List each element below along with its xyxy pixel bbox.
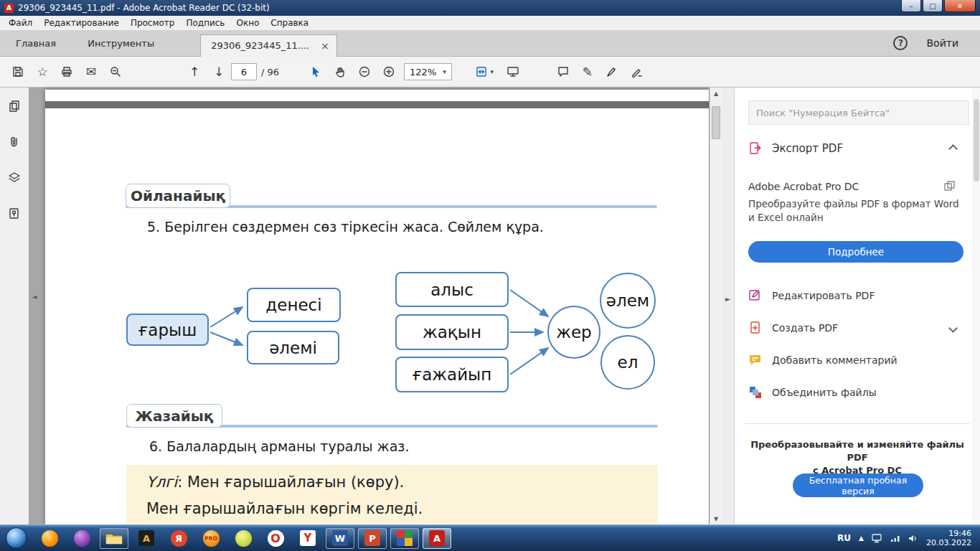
taskbar-yandex-browser[interactable]: Я — [164, 528, 193, 549]
taskbar-opera[interactable]: O — [261, 528, 290, 549]
scrollbar-thumb[interactable] — [712, 106, 720, 139]
tab-home[interactable]: Главная — [0, 38, 72, 49]
close-button[interactable]: × — [944, 0, 976, 12]
fill-sign-icon[interactable] — [624, 61, 649, 83]
highlight-icon[interactable]: ✎ — [575, 61, 600, 83]
taskbar-acrobat[interactable]: A — [423, 528, 451, 549]
taskbar-app-purple[interactable] — [67, 528, 96, 549]
comment-icon[interactable] — [551, 61, 575, 83]
combine-files-icon — [748, 385, 763, 400]
presentation-mode-icon[interactable] — [501, 61, 525, 83]
menu-sign[interactable]: Подпись — [180, 16, 230, 30]
taskbar-yandex[interactable]: Y — [293, 528, 322, 549]
zoom-in-icon[interactable] — [377, 61, 401, 83]
combine-files-row[interactable]: Объединить файлы — [748, 380, 968, 405]
language-indicator[interactable]: RU — [837, 533, 851, 543]
export-promo-text: Преобразуйте файлы PDF в формат Word и E… — [748, 197, 963, 225]
minimize-button[interactable]: – — [901, 0, 921, 12]
taskbar-app-yellow[interactable] — [229, 528, 258, 549]
tray-time: 19:46 — [926, 529, 971, 538]
taskbar-app-grid[interactable] — [390, 528, 419, 549]
example-label: Үлгі — [146, 474, 177, 491]
star-icon[interactable]: ☆ — [30, 61, 55, 83]
scroll-up-icon[interactable]: ▲ — [710, 88, 722, 99]
print-icon[interactable] — [55, 61, 79, 83]
edit-pdf-row[interactable]: Редактировать PDF — [748, 283, 968, 308]
tray-network-icon[interactable] — [890, 534, 900, 542]
email-icon[interactable]: ✉ — [79, 61, 103, 83]
document-area: ◄ Ойланайық 5. Берілген сөздермен сөз ті… — [29, 88, 722, 524]
tab-document[interactable]: 29306_923445_11.... × — [200, 34, 337, 57]
taskbar-word[interactable]: W — [326, 528, 354, 549]
tray-display-icon[interactable] — [872, 534, 882, 543]
pro-app-icon: PRO — [203, 530, 220, 547]
tray-expand-icon[interactable]: ▲ — [859, 534, 864, 542]
chevron-up-icon[interactable] — [948, 144, 958, 154]
previous-page-icon[interactable]: ↑ — [182, 61, 207, 83]
taskbar-firefox[interactable] — [35, 528, 64, 549]
scroll-down-icon[interactable]: ▼ — [710, 513, 722, 524]
save-icon[interactable] — [6, 61, 30, 83]
word-icon: W — [332, 530, 348, 546]
chevron-down-icon[interactable] — [948, 324, 958, 333]
diagram-word-denesi: денесі — [247, 288, 341, 322]
collapse-left-panel-icon[interactable]: ◄ — [32, 293, 37, 301]
help-icon[interactable]: ? — [893, 36, 908, 50]
hand-tool-icon[interactable] — [328, 61, 352, 83]
diagram-word-garysh: ғарыш — [126, 314, 209, 346]
learn-more-button[interactable]: Подробнее — [748, 241, 963, 263]
edit-pdf-label: Редактировать PDF — [772, 290, 875, 301]
taskbar-pro-app[interactable]: PRO — [197, 528, 225, 549]
sign-icon[interactable] — [600, 61, 624, 83]
tray-volume-icon[interactable] — [908, 534, 918, 542]
taskbar-aimp[interactable]: A — [132, 528, 161, 549]
tools-panel: Экспорт PDF Adobe Acrobat Pro DC Преобра… — [734, 88, 980, 524]
layers-icon[interactable] — [7, 171, 22, 185]
page-number-input[interactable] — [231, 63, 257, 80]
zoom-level-dropdown[interactable]: 122% ▾ — [404, 63, 452, 80]
menu-view[interactable]: Просмотр — [125, 16, 181, 30]
exercise-5-text: 5. Берілген сөздермен сөз тіркесін жаса.… — [147, 219, 544, 235]
window-controls: – □ × — [900, 0, 976, 12]
yellow-app-icon — [235, 530, 252, 547]
section-write-header: Жазайық — [126, 404, 222, 428]
acrobat-icon: A — [429, 530, 445, 546]
menu-file[interactable]: Файл — [3, 16, 38, 30]
taskbar-explorer[interactable] — [100, 528, 128, 549]
zoom-out-icon[interactable] — [352, 61, 377, 83]
fit-width-icon[interactable]: ▾ — [468, 61, 501, 83]
maximize-icon: □ — [929, 2, 936, 10]
menu-window[interactable]: Окно — [230, 16, 265, 30]
panel-gutter: ► — [722, 88, 734, 524]
free-trial-button[interactable]: Бесплатная пробная версия — [793, 474, 923, 497]
menu-help[interactable]: Справка — [265, 16, 314, 30]
clock[interactable]: 19:46 20.03.2022 — [926, 529, 971, 547]
attachments-icon[interactable] — [7, 135, 22, 149]
export-pdf-row[interactable]: Экспорт PDF — [748, 138, 968, 159]
edit-pdf-icon — [748, 288, 763, 303]
export-pdf-label: Экспорт PDF — [772, 142, 843, 155]
document-scrollbar[interactable]: ▲ ▼ — [710, 88, 722, 524]
standards-icon[interactable] — [7, 207, 22, 221]
tab-close-icon[interactable]: × — [321, 40, 329, 52]
zoom-search-icon[interactable] — [103, 61, 128, 83]
sign-in-button[interactable]: Войти — [926, 37, 958, 49]
start-button[interactable] — [6, 527, 27, 549]
example-box: Үлгі: Мен ғарышайлағын (көру). Мен ғарыш… — [126, 465, 658, 524]
maximize-button[interactable]: □ — [923, 0, 943, 12]
menu-edit[interactable]: Редактирование — [38, 16, 125, 30]
next-page-icon[interactable]: ↓ — [207, 61, 231, 83]
grid-app-icon — [397, 530, 413, 546]
add-comment-row[interactable]: Добавить комментарий — [748, 348, 968, 372]
search-input[interactable] — [748, 100, 969, 125]
create-pdf-row[interactable]: Создать PDF — [748, 316, 968, 340]
select-tool-icon[interactable] — [303, 61, 328, 83]
page-thumbnails-icon[interactable] — [7, 99, 22, 113]
taskbar-powerpoint[interactable]: P — [358, 528, 387, 549]
tab-tools[interactable]: Инструменты — [72, 38, 170, 49]
panel-scrollbar-thumb[interactable] — [974, 99, 979, 182]
collapse-right-panel-icon[interactable]: ► — [725, 295, 731, 303]
close-icon: × — [957, 2, 963, 10]
title-bar: A 29306_923445_11.pdf - Adobe Acrobat Re… — [0, 0, 980, 16]
panel-scrollbar[interactable] — [972, 88, 980, 524]
